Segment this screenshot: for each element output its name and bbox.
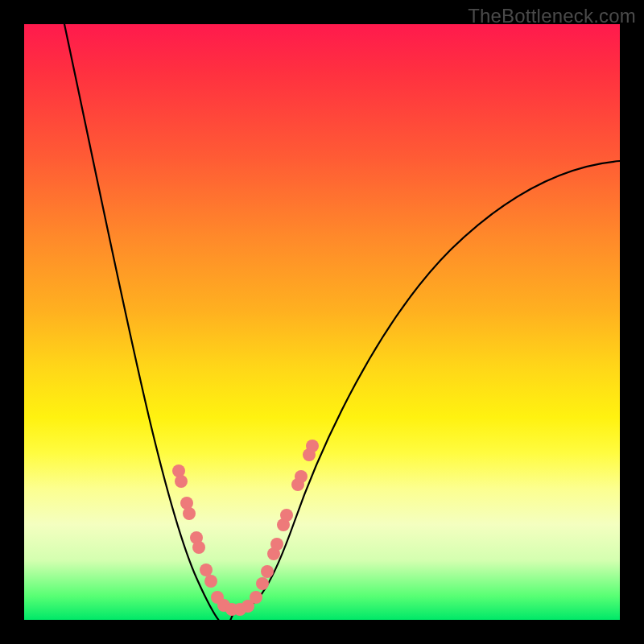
data-dot [261, 565, 274, 578]
data-dot [192, 541, 205, 554]
data-dot [270, 538, 283, 551]
curve-left-branch [64, 24, 237, 625]
data-dot [175, 475, 188, 488]
data-dot [204, 575, 217, 588]
data-dot [306, 440, 319, 452]
data-dot [183, 507, 196, 520]
data-dot [250, 591, 262, 604]
curve-right-branch [237, 161, 620, 610]
data-dot [280, 509, 293, 522]
data-dot [256, 577, 269, 590]
data-dots-group [172, 440, 319, 616]
watermark-text: TheBottleneck.com [468, 5, 636, 27]
curve-overlay [0, 0, 644, 644]
data-dot [295, 470, 308, 483]
data-dot [200, 564, 213, 576]
